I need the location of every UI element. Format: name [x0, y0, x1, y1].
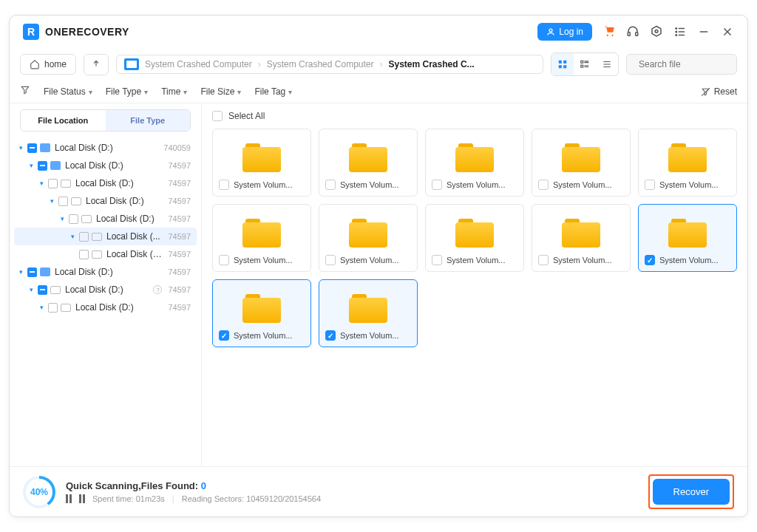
filter-status[interactable]: File Status▾: [44, 86, 92, 97]
tree-checkbox[interactable]: [69, 214, 78, 224]
tree-row[interactable]: ▾Local Disk (D:)74597: [14, 192, 197, 210]
card-checkbox[interactable]: [219, 180, 229, 190]
up-button[interactable]: [84, 54, 109, 75]
pause-button[interactable]: [66, 494, 72, 503]
stop-button[interactable]: [79, 494, 85, 503]
caret-icon[interactable]: ▾: [17, 144, 24, 151]
folder-icon: [562, 141, 600, 172]
tree-checkbox[interactable]: [48, 179, 58, 188]
svg-point-3: [655, 30, 658, 33]
card-checkbox[interactable]: [325, 330, 336, 341]
folder-card[interactable]: System Volum...: [532, 129, 631, 197]
tree-row[interactable]: ▾Local Disk (D:)74597: [14, 174, 197, 192]
login-button[interactable]: Log in: [537, 23, 592, 41]
card-checkbox[interactable]: [219, 255, 229, 265]
card-checkbox[interactable]: [538, 180, 549, 190]
tree-row[interactable]: ▾Local Disk (...74597: [14, 228, 197, 245]
select-all-label: Select All: [228, 111, 265, 121]
headset-icon[interactable]: [626, 25, 639, 38]
folder-card[interactable]: System Volum...: [532, 204, 631, 272]
tree-checkbox[interactable]: [27, 267, 37, 277]
filter-icon[interactable]: [20, 85, 30, 98]
search-input[interactable]: [639, 59, 750, 69]
caret-icon[interactable]: ▾: [48, 197, 55, 205]
tree-checkbox[interactable]: [79, 232, 89, 242]
breadcrumb: System Crashed Computer › System Crashed…: [116, 55, 543, 74]
tree-checkbox[interactable]: [38, 161, 47, 171]
caret-icon[interactable]: ▾: [17, 268, 24, 276]
card-checkbox[interactable]: [325, 255, 336, 265]
tab-file-location[interactable]: File Location: [21, 110, 106, 131]
menu-list-icon[interactable]: [673, 25, 687, 38]
select-all-row[interactable]: Select All: [212, 111, 737, 121]
folder-card[interactable]: System Volum...: [212, 279, 311, 347]
settings-hex-icon[interactable]: [650, 25, 663, 38]
card-checkbox[interactable]: [219, 330, 229, 341]
card-checkbox[interactable]: [645, 180, 655, 190]
tree-count: 74597: [168, 179, 191, 188]
search-box[interactable]: [626, 54, 737, 75]
svg-rect-13: [559, 61, 562, 64]
home-button[interactable]: home: [20, 54, 76, 75]
close-icon[interactable]: [721, 25, 734, 38]
card-checkbox[interactable]: [325, 180, 336, 190]
sidebar: File Location File Type ▾Local Disk (D:)…: [10, 103, 202, 466]
tree-row[interactable]: Local Disk (D:)74597: [14, 245, 197, 263]
tree-checkbox[interactable]: [58, 197, 68, 206]
caret-icon[interactable]: ▾: [38, 180, 45, 187]
filter-time[interactable]: Time▾: [161, 86, 187, 97]
tree-row[interactable]: ▾Local Disk (D:)?74597: [14, 281, 197, 299]
app-logo-icon: [23, 24, 39, 40]
breadcrumb-seg-0[interactable]: System Crashed Computer: [145, 59, 252, 69]
folder-card[interactable]: System Volum...: [425, 129, 524, 197]
caret-icon[interactable]: ▾: [58, 215, 66, 222]
filter-size[interactable]: File Size▾: [200, 86, 241, 97]
tree-row[interactable]: ▾Local Disk (D:)74597: [14, 299, 197, 316]
tree-row[interactable]: ▾Local Disk (D:)74597: [14, 263, 197, 281]
caret-icon[interactable]: ▾: [27, 162, 35, 169]
breadcrumb-seg-1[interactable]: System Crashed Computer: [267, 59, 374, 69]
select-all-checkbox[interactable]: [212, 111, 223, 121]
caret-icon[interactable]: ▾: [69, 233, 76, 240]
tree-checkbox[interactable]: [48, 303, 58, 313]
help-icon[interactable]: ?: [153, 285, 162, 294]
folder-card[interactable]: System Volum...: [319, 204, 418, 272]
arrow-up-icon: [92, 59, 101, 68]
tree-checkbox[interactable]: [38, 285, 47, 295]
reset-button[interactable]: Reset: [701, 86, 737, 97]
tree-checkbox[interactable]: [27, 143, 37, 153]
progress-percent: 40%: [30, 487, 48, 497]
folder-card[interactable]: System Volum...: [212, 129, 311, 197]
folder-card[interactable]: System Volum...: [425, 204, 524, 272]
card-checkbox[interactable]: [645, 255, 655, 265]
card-checkbox[interactable]: [432, 180, 442, 190]
tab-file-type[interactable]: File Type: [106, 110, 191, 131]
filter-type[interactable]: File Type▾: [106, 86, 148, 97]
minimize-icon[interactable]: [697, 25, 710, 38]
tree-label: Local Disk (D:): [86, 196, 162, 206]
folder-card[interactable]: System Volum...: [638, 204, 737, 272]
caret-icon[interactable]: ▾: [38, 304, 45, 311]
svg-rect-1: [628, 33, 630, 36]
view-grid-button[interactable]: [551, 53, 574, 75]
folder-card[interactable]: System Volum...: [319, 129, 418, 197]
folder-card[interactable]: System Volum...: [638, 129, 737, 197]
card-checkbox[interactable]: [432, 255, 442, 265]
tree-checkbox[interactable]: [79, 250, 89, 259]
tree-row[interactable]: ▾Local Disk (D:)74597: [14, 157, 197, 174]
tree-label: Local Disk (D:): [55, 267, 162, 277]
view-detail-button[interactable]: [574, 53, 596, 75]
recover-button[interactable]: Recover: [653, 479, 730, 505]
filter-tag[interactable]: File Tag▾: [254, 86, 292, 97]
view-list-button[interactable]: [596, 53, 618, 75]
breadcrumb-seg-2[interactable]: System Crashed C...: [389, 59, 475, 69]
tree-row[interactable]: ▾Local Disk (D:)74597: [14, 210, 197, 228]
caret-icon[interactable]: ▾: [27, 286, 35, 293]
cart-icon[interactable]: [602, 25, 616, 38]
tree-row[interactable]: ▾Local Disk (D:)740059: [14, 139, 197, 157]
folder-card[interactable]: System Volum...: [319, 279, 418, 347]
folder-card[interactable]: System Volum...: [212, 204, 311, 272]
card-label: System Volum...: [234, 331, 305, 340]
folder-icon: [455, 216, 494, 248]
card-checkbox[interactable]: [538, 255, 549, 265]
